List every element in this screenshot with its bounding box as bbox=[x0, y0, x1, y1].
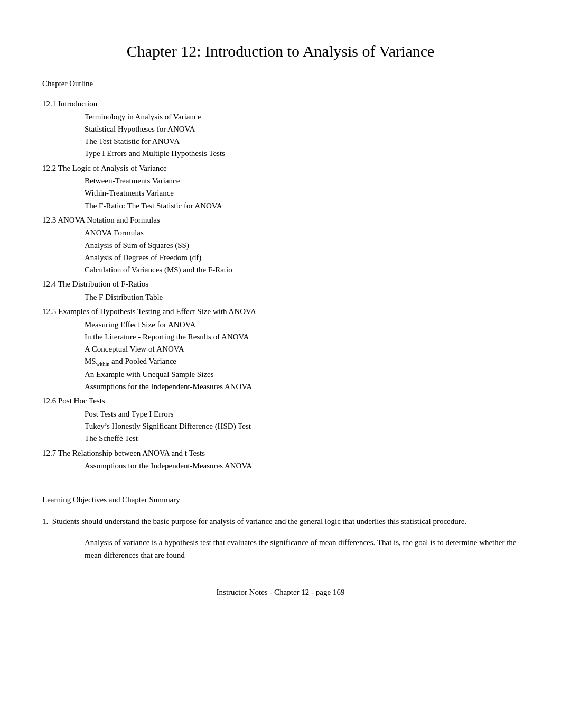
list-item: Within-Treatments Variance bbox=[85, 187, 519, 199]
list-item: In the Literature - Reporting the Result… bbox=[85, 331, 519, 343]
list-item: Measuring Effect Size for ANOVA bbox=[85, 319, 519, 331]
toc-section-label: 12.1 Introduction bbox=[42, 98, 519, 110]
list-item: Terminology in Analysis of Variance bbox=[85, 111, 519, 123]
list-item: Between-Treatments Variance bbox=[85, 175, 519, 187]
list-item: ANOVA Formulas bbox=[85, 227, 519, 239]
toc-section-label: 12.7 The Relationship between ANOVA and … bbox=[42, 447, 519, 459]
list-item: Statistical Hypotheses for ANOVA bbox=[85, 123, 519, 135]
objective-1-body: Students should understand the basic pur… bbox=[52, 517, 466, 526]
list-item: Assumptions for the Independent-Measures… bbox=[85, 460, 519, 472]
toc-section-label: 12.4 The Distribution of F-Ratios bbox=[42, 278, 519, 290]
list-item: Analysis of Sum of Squares (SS) bbox=[85, 239, 519, 252]
toc-section-12-6: 12.6 Post Hoc Tests Post Tests and Type … bbox=[42, 395, 519, 445]
list-item: Assumptions for the Independent-Measures… bbox=[85, 381, 519, 393]
toc-section-12-5: 12.5 Examples of Hypothesis Testing and … bbox=[42, 306, 519, 393]
learning-objectives-label: Learning Objectives and Chapter Summary bbox=[42, 495, 519, 504]
list-item: Analysis of Degrees of Freedom (df) bbox=[85, 252, 519, 264]
list-item: An Example with Unequal Sample Sizes bbox=[85, 368, 519, 381]
list-item: A Conceptual View of ANOVA bbox=[85, 343, 519, 355]
list-item: Post Tests and Type I Errors bbox=[85, 408, 519, 420]
toc-section-12-4: 12.4 The Distribution of F-Ratios The F … bbox=[42, 278, 519, 303]
toc-section-12-3: 12.3 ANOVA Notation and Formulas ANOVA F… bbox=[42, 214, 519, 277]
toc-section-12-7: 12.7 The Relationship between ANOVA and … bbox=[42, 447, 519, 473]
toc-section-12-2: 12.2 The Logic of Analysis of Variance B… bbox=[42, 162, 519, 212]
list-item: The F Distribution Table bbox=[85, 291, 519, 303]
chapter-outline-label: Chapter Outline bbox=[42, 79, 519, 88]
page: Chapter 12: Introduction to Analysis of … bbox=[0, 0, 561, 728]
list-item: The Scheffé Test bbox=[85, 432, 519, 445]
list-item: Tukey’s Honestly Significant Difference … bbox=[85, 420, 519, 432]
objective-1-indent: Analysis of variance is a hypothesis tes… bbox=[85, 536, 519, 561]
toc-section-label: 12.5 Examples of Hypothesis Testing and … bbox=[42, 306, 519, 318]
footer: Instructor Notes - Chapter 12 - page 169 bbox=[42, 588, 519, 597]
list-item: The Test Statistic for ANOVA bbox=[85, 135, 519, 148]
toc-section-label: 12.6 Post Hoc Tests bbox=[42, 395, 519, 407]
toc-section-label: 12.2 The Logic of Analysis of Variance bbox=[42, 162, 519, 174]
chapter-title: Chapter 12: Introduction to Analysis of … bbox=[42, 42, 519, 60]
objective-1-number: 1. bbox=[42, 517, 48, 526]
toc-section-label: 12.3 ANOVA Notation and Formulas bbox=[42, 214, 519, 226]
list-item: Calculation of Variances (MS) and the F-… bbox=[85, 264, 519, 276]
objective-1-text: 1. Students should understand the basic … bbox=[42, 515, 519, 528]
toc-section-12-1: 12.1 Introduction Terminology in Analysi… bbox=[42, 98, 519, 160]
table-of-contents: 12.1 Introduction Terminology in Analysi… bbox=[42, 98, 519, 472]
list-item: MSwithin and Pooled Variance bbox=[85, 355, 519, 368]
list-item: Type I Errors and Multiple Hypothesis Te… bbox=[85, 148, 519, 160]
list-item: The F-Ratio: The Test Statistic for ANOV… bbox=[85, 200, 519, 212]
